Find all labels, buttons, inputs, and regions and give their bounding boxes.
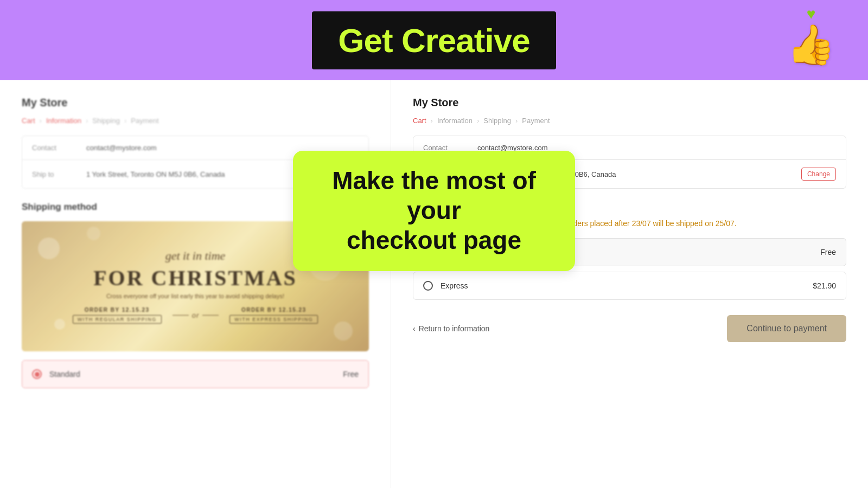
callout-line2: checkout page [316,226,552,255]
banner-date-col-1: ORDER BY 12.15.23 WITH REGULAR SHIPPING [73,307,162,324]
right-change-link[interactable]: Change [801,168,836,181]
callout-overlay: Make the most of your checkout page [293,151,575,271]
bokeh-4 [54,319,65,330]
callout-line1: Make the most of your [316,166,552,226]
right-breadcrumb-information: Information [437,117,473,125]
banner-or: or [192,311,200,319]
left-panel: My Store Cart › Information › Shipping ›… [0,80,391,488]
left-breadcrumb: Cart › Information › Shipping › Payment [22,117,369,125]
bottom-actions: ‹ Return to information Continue to paym… [413,315,846,342]
left-standard-option[interactable]: Standard Free [22,360,369,388]
right-store-name: My Store [413,97,846,109]
bokeh-1 [38,237,60,259]
left-standard-radio[interactable] [32,369,42,379]
banner-sub: Cross everyone off your list early this … [106,293,284,299]
bokeh-5 [334,322,353,341]
right-panel: My Store Cart › Information › Shipping ›… [391,80,868,488]
banner-order1: ORDER BY 12.15.23 [85,307,150,313]
main-title: Get Creative [338,22,529,59]
breadcrumb-cart: Cart [22,117,35,125]
banner-with2: WITH EXPRESS SHIPPING [229,315,318,324]
breadcrumb-payment: Payment [131,117,158,125]
banner-date-col-2: ORDER BY 12.15.23 WITH EXPRESS SHIPPING [229,307,318,324]
chevron-left-icon: ‹ [413,324,416,333]
right-express-radio[interactable] [423,281,433,291]
header: Get Creative ♥ 👍 [0,0,868,80]
heart-icon: ♥ [807,5,816,23]
right-breadcrumb-payment: Payment [522,117,550,125]
left-store-name: My Store [22,97,369,109]
banner-divider: or [173,311,219,319]
right-breadcrumb: Cart › Information › Shipping › Payment [413,117,846,125]
main-content: My Store Cart › Information › Shipping ›… [0,80,868,488]
right-breadcrumb-shipping: Shipping [483,117,511,125]
banner-order2: ORDER BY 12.15.23 [241,307,307,313]
banner-with1: WITH REGULAR SHIPPING [73,315,162,324]
right-breadcrumb-cart: Cart [413,117,426,125]
left-standard-price: Free [343,370,359,378]
left-standard-name: Standard [49,370,343,378]
banner-italic: get it in time [165,249,226,263]
continue-button[interactable]: Continue to payment [727,315,846,342]
right-express-option[interactable]: Express $21.90 [413,272,846,300]
return-link-text: Return to information [419,324,490,333]
bokeh-2 [87,227,100,240]
thumbs-up-container: ♥ 👍 [787,5,835,64]
left-shipto-label: Ship to [32,170,86,178]
right-express-price: $21.90 [813,281,836,290]
banner-dates: ORDER BY 12.15.23 WITH REGULAR SHIPPING … [73,307,318,324]
breadcrumb-information: Information [46,117,81,125]
breadcrumb-shipping: Shipping [92,117,120,125]
banner-main: FOR CHRISTMAS [93,265,297,291]
left-shipto-value: 1 York Street, Toronto ON M5J 0B6, Canad… [86,170,324,178]
right-express-name: Express [441,281,813,290]
right-standard-price: Free [820,248,836,256]
title-box: Get Creative [312,11,556,69]
left-contact-label: Contact [32,144,86,152]
thumbs-up-icon: 👍 [787,25,835,64]
return-link[interactable]: ‹ Return to information [413,324,489,333]
